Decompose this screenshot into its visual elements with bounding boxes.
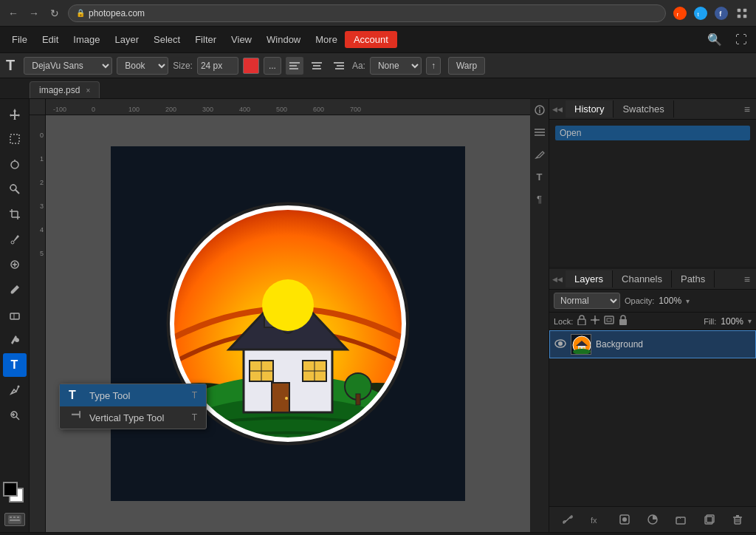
move-tool-button[interactable] — [3, 102, 27, 126]
refresh-button[interactable]: ↻ — [47, 6, 62, 21]
lasso-tool-button[interactable] — [3, 152, 27, 176]
collapse-history-btn[interactable]: ◀◀ — [549, 106, 566, 113]
svg-marker-19 — [10, 109, 20, 120]
adjustments-btn[interactable] — [645, 511, 661, 528]
menu-window[interactable]: Window — [259, 31, 308, 48]
lock-pixels-btn[interactable] — [577, 315, 586, 327]
menu-more[interactable]: More — [308, 31, 345, 48]
menu-strip-btn[interactable] — [532, 124, 548, 140]
back-button[interactable]: ← — [6, 6, 21, 21]
menu-account[interactable]: Account — [345, 31, 397, 48]
tab-filename: image.psd — [39, 85, 80, 95]
context-menu-type-label: Type Tool — [89, 390, 130, 401]
layer-item-background[interactable]: Background — [549, 330, 756, 358]
history-panel-menu-btn[interactable]: ≡ — [738, 103, 756, 115]
type-tool-button[interactable]: T — [3, 353, 27, 377]
canvas-content[interactable] — [46, 115, 530, 532]
brush-tool-button[interactable] — [3, 278, 27, 301]
context-menu-vertical-type-tool[interactable]: T Vertical Type Tool T — [60, 406, 206, 429]
align-center-button[interactable] — [308, 57, 326, 75]
tab-paths[interactable]: Paths — [672, 270, 715, 287]
ruler-mark: 3 — [40, 202, 44, 210]
twitter-icon[interactable]: t — [693, 5, 709, 21]
delete-layer-btn[interactable] — [729, 511, 746, 528]
facebook-icon[interactable]: f — [713, 5, 729, 21]
aa-select[interactable]: None — [370, 57, 422, 75]
svg-rect-44 — [13, 517, 16, 518]
tab-history[interactable]: History — [566, 100, 614, 117]
context-menu-type-tool[interactable]: T Type Tool T — [60, 384, 206, 406]
url-bar[interactable]: 🔒 photopea.com — [68, 4, 666, 22]
text-strip-btn[interactable]: T — [532, 168, 548, 185]
menu-view[interactable]: View — [224, 31, 259, 48]
menu-filter[interactable]: Filter — [188, 31, 224, 48]
add-mask-btn[interactable] — [616, 511, 633, 528]
svg-rect-82 — [605, 316, 614, 324]
fullscreen-icon[interactable]: ⛶ — [731, 30, 752, 50]
marquee-tool-button[interactable] — [3, 127, 27, 151]
magic-wand-tool-button[interactable] — [3, 177, 27, 201]
lock-artboard-btn[interactable] — [604, 316, 614, 327]
info-icon-btn[interactable] — [532, 102, 548, 118]
warp-button[interactable]: Warp — [448, 57, 485, 75]
history-item-open[interactable]: Open — [555, 126, 750, 140]
heal-tool-button[interactable] — [3, 253, 27, 276]
history-panel-header: ◀◀ History Swatches ≡ — [549, 99, 756, 120]
menu-edit[interactable]: Edit — [35, 31, 66, 48]
history-panel-content: Open — [549, 120, 756, 267]
color-swatch[interactable] — [243, 58, 259, 74]
crop-tool-button[interactable] — [3, 202, 27, 226]
foreground-color[interactable] — [3, 482, 18, 497]
layer-effects-btn[interactable]: fx — [588, 511, 604, 528]
fill-tool-button[interactable] — [3, 328, 27, 352]
reddit-icon[interactable]: r — [672, 5, 688, 21]
tab-layers[interactable]: Layers — [566, 270, 613, 287]
font-style-select[interactable]: Book — [117, 57, 168, 75]
pen-tool-button[interactable] — [3, 378, 27, 402]
layers-panel-menu-btn[interactable]: ≡ — [738, 273, 756, 285]
blend-mode-select[interactable]: Normal — [554, 293, 620, 309]
lock-position-btn[interactable] — [591, 316, 599, 327]
align-right-button[interactable] — [330, 57, 348, 75]
layer-visibility-toggle[interactable] — [554, 338, 566, 350]
fill-value: 100% — [721, 316, 743, 327]
add-group-btn[interactable] — [673, 511, 689, 528]
ruler-mark: 600 — [313, 106, 324, 113]
text-direction-button[interactable]: ↑ — [426, 57, 441, 75]
lock-all-btn[interactable] — [619, 315, 628, 327]
forward-button[interactable]: → — [27, 6, 41, 21]
image-tab[interactable]: image.psd × — [30, 81, 100, 98]
menu-layer[interactable]: Layer — [108, 31, 147, 48]
menu-file[interactable]: File — [4, 31, 35, 48]
align-left-button[interactable] — [286, 57, 303, 75]
svg-point-95 — [573, 349, 591, 355]
zoom-tool-button[interactable] — [3, 403, 27, 427]
size-input[interactable] — [197, 57, 238, 75]
layers-bottom-bar: fx — [549, 506, 756, 532]
fill-arrow-btn[interactable]: ▾ — [748, 317, 752, 325]
colors-block[interactable] — [3, 482, 27, 505]
size-label: Size: — [173, 61, 193, 71]
eraser-tool-button[interactable] — [3, 303, 27, 327]
svg-point-69 — [262, 279, 314, 331]
menu-select[interactable]: Select — [146, 31, 188, 48]
eyedropper-tool-button[interactable] — [3, 228, 27, 251]
svg-point-74 — [539, 107, 540, 109]
pen-strip-btn[interactable] — [532, 146, 548, 163]
canvas-image[interactable] — [111, 146, 465, 501]
font-family-select[interactable]: DejaVu Sans — [24, 57, 112, 75]
extensions-icon[interactable] — [734, 5, 750, 21]
tab-channels[interactable]: Channels — [613, 270, 672, 287]
link-layers-btn[interactable] — [560, 511, 576, 528]
new-layer-btn[interactable] — [701, 511, 718, 528]
context-menu: T Type Tool T T Vertical Type Tool T — [59, 384, 207, 429]
collapse-layers-btn[interactable]: ◀◀ — [549, 276, 566, 283]
paragraph-strip-btn[interactable]: ¶ — [532, 191, 548, 207]
more-options-button[interactable]: ... — [264, 57, 281, 75]
tab-swatches[interactable]: Swatches — [614, 100, 673, 117]
opacity-arrow-btn[interactable]: ▾ — [686, 297, 690, 305]
tab-close-button[interactable]: × — [86, 86, 90, 95]
menu-image[interactable]: Image — [66, 31, 107, 48]
svg-rect-35 — [10, 313, 19, 319]
search-icon[interactable]: 🔍 — [704, 30, 725, 50]
